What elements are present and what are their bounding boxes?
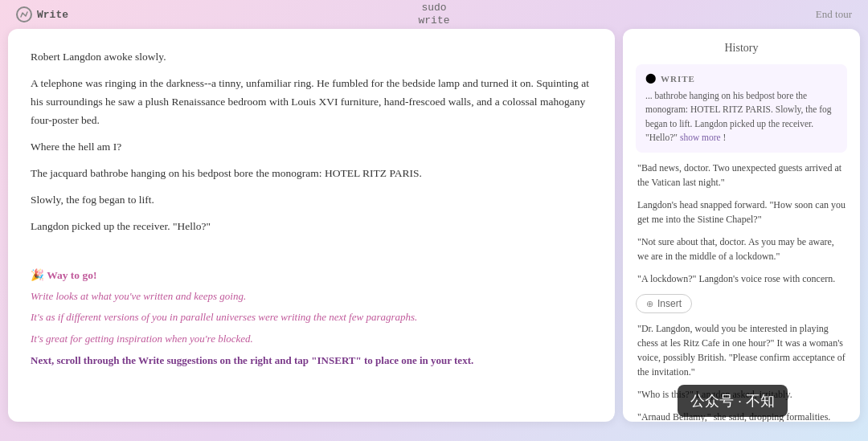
tour-section: 🎉 Way to go! Write looks at what you've … [31, 268, 592, 370]
story-text: Robert Langdon awoke slowly. A telephone… [31, 48, 592, 236]
insert-icon-1: ⊕ [646, 299, 653, 309]
write-bullet-icon: ⬤ [645, 72, 656, 84]
top-bar: Write sudo write End tour [0, 0, 868, 29]
logo-area: Write [16, 6, 68, 22]
history-item-1: "Bad news, doctor. Two unexpected guests… [636, 161, 847, 190]
left-panel: Robert Langdon awoke slowly. A telephone… [8, 29, 615, 422]
sudo-write-logo: sudo write [418, 2, 449, 27]
write-section: ⬤ WRITE ... bathrobe hanging on his bedp… [636, 64, 847, 153]
divider [31, 246, 592, 262]
history-item-7: "Arnaud Bellamy," she said, dropping for… [636, 410, 847, 422]
write-label-text: WRITE [661, 74, 695, 84]
main-layout: Robert Langdon awoke slowly. A telephone… [0, 29, 868, 430]
history-title: History [636, 42, 847, 55]
tour-bold: Next, scroll through the Write suggestio… [31, 353, 592, 370]
history-item-6: "Who is this?" Langdon asked, irritably. [636, 387, 847, 402]
write-preview-text: ... bathrobe hanging on his bedpost bore… [645, 89, 837, 145]
paragraph-5: Slowly, the fog began to lift. [31, 191, 592, 210]
insert-button-1[interactable]: ⊕ Insert [636, 294, 692, 313]
paragraph-3: Where the hell am I? [31, 138, 592, 157]
write-icon [16, 6, 32, 22]
right-panel: History ⬤ WRITE ... bathrobe hanging on … [623, 29, 860, 422]
show-more-link[interactable]: show more [680, 133, 721, 142]
write-label-row: ⬤ WRITE [645, 72, 837, 84]
history-item-3: "Not sure about that, doctor. As you may… [636, 235, 847, 263]
tour-title: 🎉 Way to go! [31, 268, 592, 282]
paragraph-1: Robert Langdon awoke slowly. [31, 48, 592, 67]
tour-line-3: It's great for getting inspiration when … [31, 331, 592, 348]
history-item-4: "A lockdown?" Langdon's voice rose with … [636, 272, 847, 286]
tour-line-2: It's as if different versions of you in … [31, 309, 592, 326]
paragraph-4: The jacquard bathrobe hanging on his bed… [31, 165, 592, 183]
write-label[interactable]: Write [37, 9, 68, 21]
paragraph-6: Langdon picked up the receiver. "Hello?" [31, 218, 592, 236]
history-item-5: "Dr. Langdon, would you be interested in… [636, 321, 847, 379]
tour-line-1: Write looks at what you've written and k… [31, 288, 592, 305]
paragraph-2: A telephone was ringing in the darkness-… [31, 75, 592, 130]
history-item-2: Langdon's head snapped forward. "How soo… [636, 198, 847, 227]
end-tour-button[interactable]: End tour [816, 8, 852, 21]
